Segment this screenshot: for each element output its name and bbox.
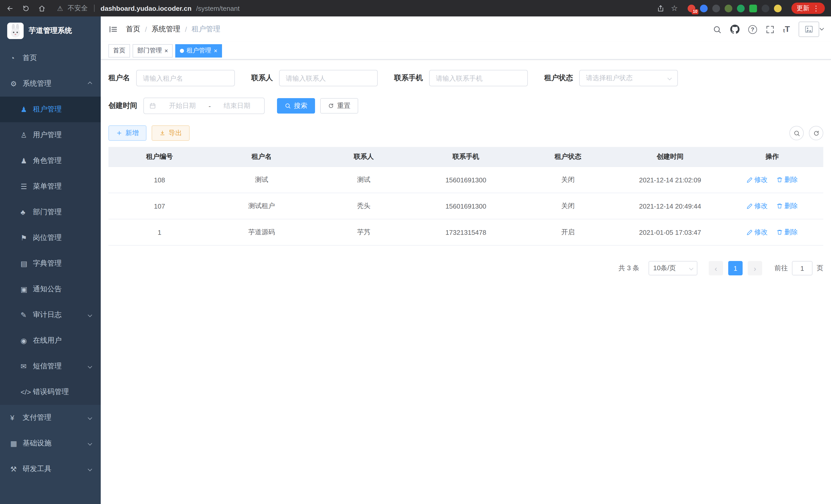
sidebar-menu-item[interactable]: ▤ 字典管理 — [0, 251, 101, 276]
next-page-button[interactable]: › — [748, 261, 762, 275]
sidebar-menu-item[interactable]: ♟ 租户管理 — [0, 97, 101, 122]
url-path: /system/tenant — [196, 4, 239, 12]
trash-icon — [777, 177, 783, 183]
pencil-icon — [747, 203, 753, 209]
extension-icon[interactable] — [762, 4, 769, 12]
sidebar-item-label: 部门管理 — [33, 208, 62, 217]
goto-page-input[interactable] — [792, 261, 812, 275]
sidebar-item-label: 菜单管理 — [33, 182, 62, 191]
view-tab[interactable]: 租户管理 × — [175, 44, 222, 57]
cell-status: 关闭 — [517, 167, 619, 193]
collapse-sidebar-icon[interactable] — [109, 25, 118, 34]
tenant-name-input[interactable] — [136, 70, 235, 86]
extension-badge: 10 — [692, 9, 698, 14]
notice-icon: ▣ — [21, 285, 33, 293]
column-header: 操作 — [721, 147, 823, 167]
sidebar-menu-item[interactable]: ◉ 在线用户 — [0, 328, 101, 353]
sidebar-menu-item[interactable]: ◔ 首页 — [0, 45, 101, 71]
errcode-icon: </> — [21, 388, 33, 396]
delete-button[interactable]: 删除 — [777, 175, 798, 184]
breadcrumb-item[interactable]: 系统管理 — [152, 25, 180, 34]
sidebar-menu-item[interactable]: ▣ 通知公告 — [0, 276, 101, 302]
sidebar-menu-item[interactable]: ☰ 菜单管理 — [0, 174, 101, 199]
sidebar-item-label: 字典管理 — [33, 259, 62, 268]
breadcrumb-separator: / — [185, 25, 187, 33]
sidebar-item-label: 首页 — [23, 53, 37, 63]
reset-button[interactable]: 重置 — [320, 98, 358, 114]
sidebar-menu-item[interactable]: ▦ 基础设施 — [0, 431, 101, 456]
contact-input[interactable] — [279, 70, 378, 86]
active-dot — [180, 49, 184, 53]
sidebar-menu-item[interactable]: ♟ 角色管理 — [0, 148, 101, 174]
refresh-table-button[interactable] — [809, 126, 823, 140]
tags-view-bar: 首页 部门管理 × 租户管理 × — [101, 42, 831, 60]
export-button[interactable]: 导出 — [152, 125, 190, 141]
search-button[interactable]: 搜索 — [277, 98, 315, 114]
view-tab[interactable]: 部门管理 × — [133, 44, 173, 57]
extension-icon[interactable] — [774, 4, 782, 12]
bookmark-star-icon[interactable]: ☆ — [671, 4, 678, 13]
sidebar-menu-item[interactable]: ✎ 审计日志 — [0, 302, 101, 328]
avatar[interactable] — [799, 22, 819, 37]
extension-icon[interactable]: 10 — [688, 4, 695, 12]
sidebar-menu-item[interactable]: ⚑ 岗位管理 — [0, 225, 101, 251]
edit-button[interactable]: 修改 — [747, 201, 768, 211]
delete-button[interactable]: 删除 — [777, 201, 798, 211]
page-number-1[interactable]: 1 — [728, 261, 743, 275]
extension-icon[interactable] — [749, 4, 757, 12]
github-icon[interactable] — [730, 25, 740, 34]
breadcrumb-item[interactable]: 租户管理 — [192, 25, 221, 34]
column-header: 联系手机 — [415, 147, 517, 167]
chevron-icon — [88, 313, 92, 317]
fullscreen-icon[interactable] — [766, 25, 774, 34]
prev-page-button[interactable]: ‹ — [709, 261, 723, 275]
sidebar-menu-item[interactable]: ⚒ 研发工具 — [0, 456, 101, 482]
back-icon[interactable] — [6, 4, 14, 12]
avatar-caret-icon[interactable] — [820, 26, 824, 31]
cell-tenant-id: 1 — [109, 219, 210, 245]
date-start-placeholder: 开始日期 — [160, 101, 204, 111]
page-size-select[interactable]: 10条/页 — [649, 261, 697, 275]
edit-button[interactable]: 修改 — [747, 175, 768, 184]
date-end-placeholder: 结束日期 — [215, 101, 259, 111]
tab-close-icon[interactable]: × — [214, 48, 218, 54]
post-icon: ⚑ — [21, 234, 33, 242]
toggle-search-button[interactable] — [790, 126, 804, 140]
extension-icon[interactable] — [712, 4, 720, 12]
tab-close-icon[interactable]: × — [165, 48, 168, 54]
edit-button[interactable]: 修改 — [747, 228, 768, 237]
breadcrumb-item[interactable]: 首页 — [126, 25, 140, 34]
cell-phone: 17321315478 — [415, 219, 517, 245]
help-icon[interactable]: ? — [748, 25, 757, 34]
sidebar-menu-item[interactable]: ✉ 短信管理 — [0, 353, 101, 379]
delete-button[interactable]: 删除 — [777, 228, 798, 237]
view-tab[interactable]: 首页 — [109, 44, 130, 57]
search-icon[interactable] — [713, 25, 721, 34]
sidebar-menu-item[interactable]: ⚙ 系统管理 — [0, 71, 101, 97]
extension-icon[interactable] — [737, 4, 745, 12]
home-icon: ◔ — [10, 54, 23, 62]
gear-icon: ⚙ — [10, 80, 23, 88]
security-label: 不安全 — [67, 4, 88, 13]
phone-input[interactable] — [429, 70, 528, 86]
update-button[interactable]: 更新 ⋮ — [792, 3, 825, 14]
extension-icon[interactable] — [700, 4, 708, 12]
sidebar-menu-item[interactable]: ♙ 用户管理 — [0, 122, 101, 148]
extension-icon[interactable] — [725, 4, 732, 12]
browser-menu-icon[interactable]: ⋮ — [812, 4, 820, 12]
sidebar-menu-item[interactable]: ¥ 支付管理 — [0, 405, 101, 431]
sidebar-menu-item[interactable]: </> 错误码管理 — [0, 379, 101, 405]
create-time-range-picker[interactable]: 开始日期 - 结束日期 — [143, 98, 265, 114]
sidebar-menu: ◔ 首页 ⚙ 系统管理 ♟ 租户管理 — [0, 45, 101, 482]
status-select[interactable]: 请选择租户状态 — [579, 70, 678, 86]
share-icon[interactable] — [657, 4, 664, 12]
sidebar-menu-item[interactable]: ♣ 部门管理 — [0, 199, 101, 225]
address-bar[interactable]: ⚠ 不安全 dashboard.yudao.iocoder.cn/system/… — [57, 4, 239, 13]
app-logo-row[interactable]: 芋道管理系统 — [0, 17, 101, 45]
add-button[interactable]: 新增 — [109, 125, 146, 141]
home-icon[interactable] — [38, 4, 46, 12]
font-size-icon[interactable]: tT — [783, 25, 790, 33]
download-icon — [159, 130, 166, 136]
cell-tenant-id: 107 — [109, 193, 210, 219]
reload-icon[interactable] — [22, 4, 30, 12]
